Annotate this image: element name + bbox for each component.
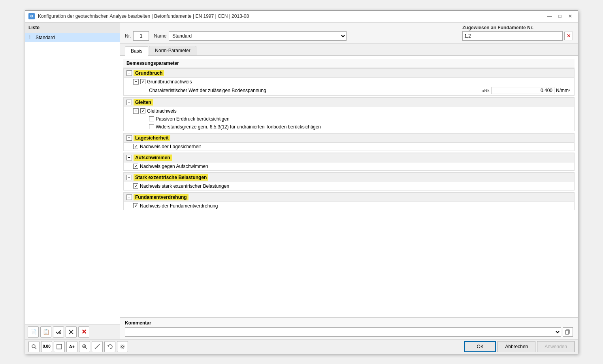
main-window: ⚙ Konfiguration der geotechnischen Analy… — [25, 10, 578, 354]
ok-button[interactable]: OK — [464, 341, 496, 352]
undo-toolbar-btn[interactable] — [104, 341, 115, 352]
kommentar-row — [125, 327, 573, 337]
copy-button[interactable]: 📋 — [40, 326, 51, 338]
aufschwimmen-nachweis-checkbox[interactable] — [133, 164, 138, 169]
passiver-erddruck-checkbox[interactable] — [149, 116, 154, 121]
maximize-button[interactable]: □ — [556, 12, 564, 20]
svg-line-5 — [35, 347, 36, 349]
sidebar-list: 1 Standard — [25, 33, 120, 324]
name-field: Name Standard — [154, 31, 458, 41]
anwenden-button[interactable]: Anwenden — [537, 341, 575, 352]
zugewiesen-label: Zugewiesen an Fundamente Nr. — [462, 25, 573, 30]
measure-toolbar-btn[interactable] — [92, 341, 103, 352]
gleiten-collapse-btn[interactable]: − — [126, 100, 132, 105]
name-label: Name — [154, 33, 166, 39]
section-fundamentverdrehung: − Fundamentverdrehung Nachweis der Funda… — [123, 192, 575, 210]
zugewiesen-input[interactable] — [462, 31, 563, 41]
stark-exz-nachweis-label: Nachweis stark exzentrischer Belastungen — [140, 183, 229, 189]
gleitnachweis-collapse-btn[interactable]: − — [133, 108, 139, 114]
aufschwimmen-collapse-btn[interactable]: − — [126, 155, 132, 160]
bemessungsparameter-header: Bemessungsparameter — [123, 59, 575, 68]
nr-label: Nr. — [125, 33, 131, 39]
sidebar-item-standard[interactable]: 1 Standard — [25, 33, 120, 42]
section-gleiten-header: − Gleiten — [124, 98, 574, 107]
section-grundbruch-header: − Grundbruch — [124, 68, 574, 78]
name-select[interactable]: Standard — [169, 31, 347, 41]
stark-exz-collapse-btn[interactable]: − — [126, 175, 132, 180]
bodenspannung-label: Charakteristischer Wert der zulässigen B… — [149, 88, 472, 93]
lagesicherheit-collapse-btn[interactable]: − — [126, 135, 132, 141]
bodenspannung-symbol: σRk — [474, 88, 490, 93]
stark-exz-title: Stark exzentrische Belastungen — [134, 174, 208, 181]
fundamentverdrehung-collapse-btn[interactable]: − — [126, 194, 132, 200]
text-toolbar-btn[interactable]: A+ — [66, 341, 77, 352]
grundbruchnachweis-row: − Grundbruchnachweis — [124, 78, 574, 86]
svg-line-8 — [85, 347, 87, 349]
content-area: Bemessungsparameter − Grundbruch − Grund… — [120, 56, 578, 317]
grundbruchnachweis-collapse-btn[interactable]: − — [133, 79, 139, 85]
sidebar-header: Liste — [25, 23, 120, 33]
value-toolbar-btn[interactable]: 0.00 — [41, 341, 52, 352]
tab-basis[interactable]: Basis — [125, 46, 148, 56]
kommentar-select[interactable] — [125, 327, 561, 337]
zugewiesen-section: Zugewiesen an Fundamente Nr. ✕ — [462, 25, 573, 41]
app-icon: ⚙ — [28, 13, 35, 19]
nr-field: Nr. — [125, 31, 149, 41]
form-header: Nr. Name Standard Zugewiesen an Fundamen… — [120, 23, 578, 43]
widerstandsgrenze-checkbox[interactable] — [149, 124, 154, 129]
gleitnachweis-label: Gleitnachweis — [147, 108, 177, 114]
zoom-toolbar-btn[interactable] — [79, 341, 90, 352]
minimize-button[interactable]: — — [545, 12, 554, 20]
sidebar-item-label: Standard — [36, 35, 55, 40]
select-toolbar-btn[interactable] — [54, 341, 65, 352]
lagesicherheit-nachweis-row: Nachweis der Lagesicherheit — [124, 143, 574, 151]
kommentar-copy-btn[interactable] — [563, 327, 573, 337]
svg-rect-6 — [57, 344, 62, 349]
nr-input[interactable] — [133, 31, 149, 41]
aufschwimmen-nachweis-label: Nachweis gegen Aufschwimmen — [140, 164, 208, 169]
check-all-button[interactable] — [53, 326, 64, 338]
sidebar-footer: 📄 📋 ✕ — [25, 324, 120, 339]
kommentar-label: Kommentar — [125, 320, 573, 326]
section-aufschwimmen-header: − Aufschwimmen — [124, 153, 574, 162]
grundbruch-collapse-btn[interactable]: − — [126, 70, 132, 76]
search-toolbar-btn[interactable] — [28, 341, 40, 352]
section-gleiten: − Gleiten − Gleitnachweis Passiven Erddr… — [123, 97, 575, 131]
zugewiesen-clear-button[interactable]: ✕ — [564, 32, 573, 40]
tab-norm-parameter[interactable]: Norm-Parameter — [149, 46, 196, 55]
gleitnachweis-row: − Gleitnachweis — [124, 107, 574, 115]
lagesicherheit-nachweis-label: Nachweis der Lagesicherheit — [140, 144, 201, 149]
fundamentverdrehung-nachweis-row: Nachweis der Fundamentverdrehung — [124, 202, 574, 210]
gleitnachweis-checkbox[interactable] — [140, 108, 145, 113]
fundamentverdrehung-nachweis-checkbox[interactable] — [133, 203, 138, 208]
abbrechen-button[interactable]: Abbrechen — [497, 341, 535, 352]
aufschwimmen-nachweis-row: Nachweis gegen Aufschwimmen — [124, 162, 574, 170]
widerstandsgrenze-label: Widerstandsgrenze gem. 6.5.3(12) für und… — [156, 124, 321, 130]
uncheck-all-button[interactable] — [66, 326, 77, 338]
right-panel: Nr. Name Standard Zugewiesen an Fundamen… — [120, 23, 578, 339]
settings-toolbar-btn[interactable] — [117, 341, 128, 352]
section-stark-exz-header: − Stark exzentrische Belastungen — [124, 173, 574, 182]
gleiten-title: Gleiten — [134, 99, 153, 106]
section-fundamentverdrehung-header: − Fundamentverdrehung — [124, 192, 574, 202]
titlebar-controls: — □ ✕ — [545, 12, 575, 20]
bodenspannung-unit: N/mm² — [556, 88, 572, 93]
section-aufschwimmen: − Aufschwimmen Nachweis gegen Aufschwimm… — [123, 153, 575, 171]
lagesicherheit-nachweis-checkbox[interactable] — [133, 144, 138, 149]
bodenspannung-value[interactable] — [491, 87, 554, 94]
svg-rect-3 — [565, 330, 569, 334]
sidebar-item-num: 1 — [28, 35, 34, 40]
section-stark-exz: − Stark exzentrische Belastungen Nachwei… — [123, 172, 575, 190]
svg-point-16 — [121, 345, 124, 349]
lagesicherheit-title: Lagesicherheit — [134, 135, 170, 141]
grundbruchnachweis-checkbox[interactable] — [140, 79, 145, 84]
new-button[interactable]: 📄 — [28, 326, 39, 338]
close-button[interactable]: ✕ — [566, 12, 575, 20]
stark-exz-nachweis-checkbox[interactable] — [133, 183, 138, 189]
sidebar: Liste 1 Standard 📄 📋 — [25, 23, 120, 339]
delete-button[interactable]: ✕ — [78, 326, 89, 338]
titlebar: ⚙ Konfiguration der geotechnischen Analy… — [25, 11, 578, 23]
svg-point-15 — [122, 345, 124, 347]
kommentar-area: Kommentar — [120, 317, 578, 339]
passiver-erddruck-label: Passiven Erddruck berücksichtigen — [156, 116, 230, 122]
